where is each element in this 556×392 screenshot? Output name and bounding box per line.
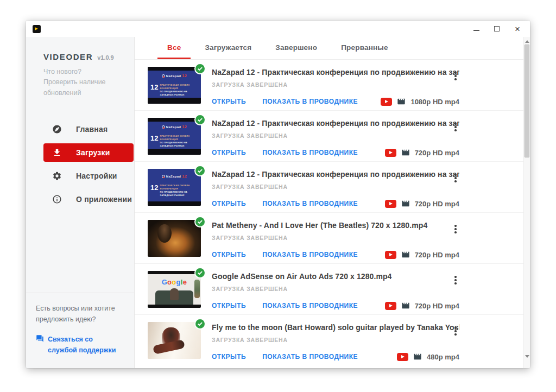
video-thumbnail[interactable]: Google [148,271,201,308]
more-options-button[interactable] [451,122,460,132]
sidebar-item-downloads[interactable]: Загрузки [43,143,134,162]
download-status: ЗАГРУЗКА ЗАВЕРШЕНА [212,337,459,343]
download-item: NaZapad 12 12 ПРАКТИЧЕСКАЯ ОНЛАЙН КОНФЕР… [135,162,523,213]
sidebar-item-label: О приложении [76,195,132,204]
whats-new-link[interactable]: Что нового? [43,67,124,77]
video-thumbnail[interactable]: NaZapad 12 12 ПРАКТИЧЕСКАЯ ОНЛАЙН КОНФЕР… [148,67,201,104]
video-title: NaZapad 12 - Практическая конференция по… [212,68,459,77]
youtube-icon [397,353,408,361]
youtube-icon [385,200,396,208]
scroll-down-arrow-icon[interactable] [524,353,530,359]
download-item: NaZapad 12 12 ПРАКТИЧЕСКАЯ ОНЛАЙН КОНФЕР… [135,111,523,162]
open-link[interactable]: ОТКРЫТЬ [212,302,246,309]
download-item: Pat Metheny - And I Love Her (The Beatle… [135,213,523,264]
more-options-button[interactable] [451,224,460,235]
download-status: ЗАГРУЗКА ЗАВЕРШЕНА [212,184,459,190]
scroll-up-arrow-icon[interactable] [524,38,530,45]
open-link[interactable]: ОТКРЫТЬ [212,353,246,361]
video-title: Fly me to the moon (Bart Howard) solo gu… [212,323,459,332]
more-options-button[interactable] [451,173,460,184]
scrollbar[interactable] [523,37,530,368]
check-badge-icon [194,63,206,74]
sidebar-item-label: Настройки [76,172,117,180]
quality-label: 720p HD mp4 [415,149,459,157]
quality-label: 1080p HD mp4 [410,98,459,106]
youtube-icon [385,302,396,310]
youtube-icon [381,98,392,106]
sidebar-item-about[interactable]: О приложении [43,190,134,208]
download-status: ЗАГРУЗКА ЗАВЕРШЕНА [212,81,459,88]
app-name: VIDEODER [43,52,93,61]
video-thumbnail[interactable]: NaZapad 12 12 ПРАКТИЧЕСКАЯ ОНЛАЙН КОНФЕР… [148,169,201,206]
sidebar-nav: Главная Загрузки Настройки О приложении [26,120,134,208]
show-in-explorer-link[interactable]: ПОКАЗАТЬ В ПРОВОДНИКЕ [262,200,358,207]
show-in-explorer-link[interactable]: ПОКАЗАТЬ В ПРОВОДНИКЕ [262,302,358,309]
minimize-button[interactable] [472,25,480,33]
download-status: ЗАГРУЗКА ЗАВЕРШЕНА [212,235,459,241]
tab-completed[interactable]: Завершено [266,37,327,59]
google-logo: Google [148,278,201,286]
tab-bar: Все Загружается Завершено Прерванные [135,37,530,60]
support-question: Есть вопросы или хотите предложить идею? [36,303,123,325]
show-in-explorer-link[interactable]: ПОКАЗАТЬ В ПРОВОДНИКЕ [262,149,358,156]
more-options-button[interactable] [451,275,460,286]
download-status: ЗАГРУЗКА ЗАВЕРШЕНА [212,286,459,292]
show-in-explorer-link[interactable]: ПОКАЗАТЬ В ПРОВОДНИКЕ [262,353,358,361]
video-thumbnail[interactable] [148,322,201,359]
scrollbar-thumb[interactable] [525,45,529,157]
film-icon [397,97,406,106]
support-section: Есть вопросы или хотите предложить идею?… [26,293,134,369]
sidebar-item-home[interactable]: Главная [43,120,134,138]
film-icon [413,352,422,361]
open-link[interactable]: ОТКРЫТЬ [212,200,246,207]
gear-icon [52,171,62,181]
tab-all[interactable]: Все [157,37,191,59]
tab-downloading[interactable]: Загружается [195,37,261,59]
check-badge-icon [194,216,206,227]
app-brand: VIDEODER v1.0.9 [26,45,134,61]
contact-support-link[interactable]: Связаться со службой поддержки [36,334,123,356]
sidebar-item-label: Загрузки [76,148,110,157]
sidebar-item-settings[interactable]: Настройки [43,167,134,185]
contact-support-label: Связаться со службой поддержки [48,334,123,356]
open-link[interactable]: ОТКРЫТЬ [212,149,246,156]
check-badge-icon [194,318,206,330]
main-panel: Все Загружается Завершено Прерванные NaZ… [135,37,530,368]
chat-icon [36,334,44,343]
show-in-explorer-link[interactable]: ПОКАЗАТЬ В ПРОВОДНИКЕ [262,251,358,258]
quality-label: 480p mp4 [427,353,459,361]
compass-icon [52,124,62,134]
open-link[interactable]: ОТКРЫТЬ [212,98,246,105]
check-updates-link[interactable]: Проверить наличие обновлений [43,77,124,98]
video-thumbnail[interactable]: NaZapad 12 12 ПРАКТИЧЕСКАЯ ОНЛАЙН КОНФЕР… [148,118,201,155]
video-title: NaZapad 12 - Практическая конференция по… [212,119,459,128]
downloads-list: NaZapad 12 12 ПРАКТИЧЕСКАЯ ОНЛАЙН КОНФЕР… [135,60,530,368]
download-item: Google Google AdSense on Air Auto Ads 72… [135,264,523,315]
sidebar: VIDEODER v1.0.9 Что нового? Проверить на… [26,37,135,368]
film-icon [401,199,410,208]
titlebar: × [26,21,530,37]
show-in-explorer-link[interactable]: ПОКАЗАТЬ В ПРОВОДНИКЕ [262,98,358,105]
tab-interrupted[interactable]: Прерванные [331,37,398,59]
app-version: v1.0.9 [97,54,114,61]
check-badge-icon [194,267,206,279]
video-title: Google AdSense on Air Auto Ads 720 x 128… [212,272,459,281]
more-options-button[interactable] [451,326,460,337]
video-thumbnail[interactable] [148,220,201,257]
check-badge-icon [194,114,206,125]
youtube-icon [385,251,396,259]
youtube-icon [385,149,396,157]
download-status: ЗАГРУЗКА ЗАВЕРШЕНА [212,132,459,139]
video-title: NaZapad 12 - Практическая конференция по… [212,170,459,179]
maximize-button[interactable] [493,25,501,33]
more-options-button[interactable] [451,71,460,81]
close-button[interactable]: × [514,25,521,33]
quality-label: 720p HD mp4 [415,200,459,208]
video-title: Pat Metheny - And I Love Her (The Beatle… [212,221,459,230]
open-link[interactable]: ОТКРЫТЬ [212,251,246,258]
film-icon [401,250,410,259]
app-window: × VIDEODER v1.0.9 Что нового? Проверить … [26,21,530,368]
download-item: Fly me to the moon (Bart Howard) solo gu… [135,315,523,366]
check-badge-icon [194,165,206,176]
film-icon [401,148,410,157]
